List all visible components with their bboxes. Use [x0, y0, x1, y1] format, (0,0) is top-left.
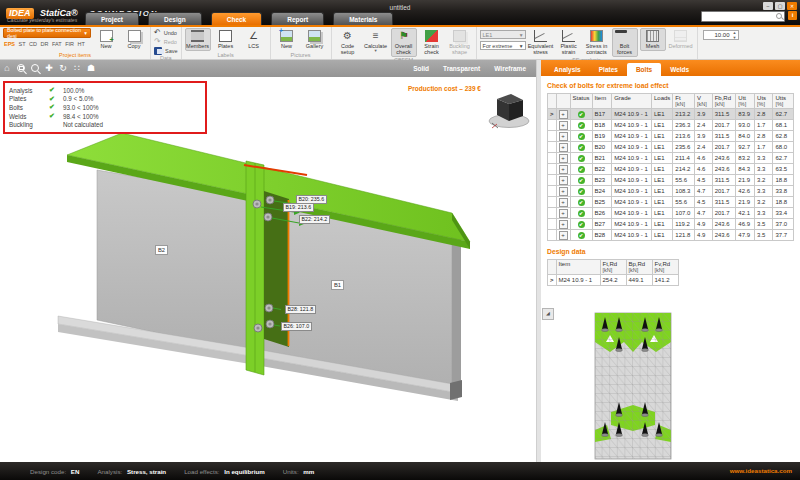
row-expander[interactable]: [548, 120, 557, 131]
design-data-table[interactable]: ItemFt,Rd[kN]Bp,Rd[kN]Fv,Rd[kN]>M24 10.9…: [547, 259, 794, 286]
code-tab-dr[interactable]: DR: [41, 41, 49, 47]
mesh-button[interactable]: Mesh: [640, 28, 666, 51]
row-detail-toggle[interactable]: +: [556, 208, 570, 219]
row-expander[interactable]: [548, 208, 557, 219]
tab-check[interactable]: Check: [211, 12, 263, 25]
row-detail-toggle[interactable]: +: [556, 164, 570, 175]
project-item-dropdown[interactable]: Bolted plate to plate connection desi▾: [3, 28, 91, 38]
display-style-icon[interactable]: ☗: [84, 60, 98, 77]
plus-icon[interactable]: +: [559, 143, 568, 152]
tab-materials[interactable]: Materials: [333, 12, 393, 25]
home-view-icon[interactable]: ⌂: [0, 60, 14, 77]
plus-icon[interactable]: +: [559, 176, 568, 185]
code-tab-fat[interactable]: FAT: [52, 41, 62, 47]
undo-button[interactable]: ↶Undo: [154, 28, 177, 37]
lcs-toggle-button[interactable]: ∠ LCS: [241, 28, 267, 51]
buckling-shape-button[interactable]: Buckling shape: [447, 28, 473, 57]
table-row[interactable]: +✔B22M24 10.9 - 1LE1214.24.6243.684.33.3…: [548, 164, 794, 175]
redo-button[interactable]: ↷Redo: [154, 37, 177, 46]
row-expander[interactable]: [548, 219, 557, 230]
close-button[interactable]: ✕: [787, 2, 797, 10]
maximize-button[interactable]: ▢: [775, 2, 785, 10]
row-expander[interactable]: >: [548, 275, 557, 286]
row-detail-toggle[interactable]: +: [556, 175, 570, 186]
table-row[interactable]: +✔B23M24 10.9 - 1LE155.64.5311.521.93.21…: [548, 175, 794, 186]
row-detail-toggle[interactable]: +: [556, 219, 570, 230]
strain-check-button[interactable]: Strain check: [419, 28, 445, 57]
row-expander[interactable]: [548, 164, 557, 175]
fit-view-icon[interactable]: ∷: [70, 60, 84, 77]
expand-plot-button[interactable]: ◢: [542, 308, 554, 320]
tab-project[interactable]: Project: [85, 12, 139, 25]
table-row[interactable]: +✔B27M24 10.9 - 1LE1119.24.9243.646.93.5…: [548, 219, 794, 230]
table-row[interactable]: +✔B21M24 10.9 - 1LE1211.44.6243.683.23.3…: [548, 153, 794, 164]
website-link[interactable]: www.ideastatica.com: [730, 462, 792, 480]
deformed-button[interactable]: Deformed: [668, 28, 694, 51]
tab-design[interactable]: Design: [148, 12, 202, 25]
search-input[interactable]: [701, 11, 785, 22]
save-button[interactable]: Save: [154, 46, 178, 55]
row-detail-toggle[interactable]: +: [556, 153, 570, 164]
table-row[interactable]: +✔B18M24 10.9 - 1LE1236.32.4201.793.01.7…: [548, 120, 794, 131]
row-detail-toggle[interactable]: +: [556, 120, 570, 131]
navigation-cube[interactable]: [486, 90, 532, 132]
code-setup-button[interactable]: ⚙ Code setup: [335, 28, 361, 57]
row-detail-toggle[interactable]: +: [556, 186, 570, 197]
row-expander[interactable]: [548, 175, 557, 186]
info-button[interactable]: i: [788, 11, 797, 20]
extreme-filter-combo[interactable]: For extreme▾: [480, 41, 526, 50]
copy-project-item-button[interactable]: Copy: [121, 28, 147, 51]
row-detail-toggle[interactable]: +: [556, 197, 570, 208]
row-expander[interactable]: [548, 186, 557, 197]
table-row[interactable]: >+✔B17M24 10.9 - 1LE1213.23.9311.583.92.…: [548, 109, 794, 120]
zoom-window-icon[interactable]: [14, 60, 28, 77]
minimize-button[interactable]: –: [763, 2, 773, 10]
results-tab-analysis[interactable]: Analysis: [545, 63, 590, 76]
bolt-check-table[interactable]: StatusItemGradeLoadsFt[kN]V[kN]Fb,Rd[kN]…: [547, 93, 794, 241]
plus-icon[interactable]: +: [559, 198, 568, 207]
load-effect-combo[interactable]: LE1▾: [480, 30, 526, 39]
plus-icon[interactable]: +: [559, 187, 568, 196]
row-expander[interactable]: >: [548, 109, 557, 120]
row-detail-toggle[interactable]: +: [556, 230, 570, 241]
tab-report[interactable]: Report: [271, 12, 324, 25]
members-toggle-button[interactable]: Members: [185, 28, 211, 51]
equivalent-stress-button[interactable]: Equivalent stress: [528, 28, 554, 57]
row-detail-toggle[interactable]: +: [556, 131, 570, 142]
table-row[interactable]: +✔B25M24 10.9 - 1LE155.64.5311.521.93.21…: [548, 197, 794, 208]
plus-icon[interactable]: +: [559, 132, 568, 141]
table-row[interactable]: +✔B24M24 10.9 - 1LE1108.34.7201.742.63.3…: [548, 186, 794, 197]
deformation-scale-spinner[interactable]: 10.00 ▲▼: [703, 30, 739, 40]
plus-icon[interactable]: +: [559, 154, 568, 163]
plus-icon[interactable]: +: [559, 165, 568, 174]
spinner-arrows-icon[interactable]: ▲▼: [733, 31, 737, 40]
table-row[interactable]: +✔B28M24 10.9 - 1LE1121.84.9243.647.93.5…: [548, 230, 794, 241]
row-expander[interactable]: [548, 230, 557, 241]
new-picture-button[interactable]: New: [274, 28, 300, 51]
zoom-icon[interactable]: [28, 60, 42, 77]
row-expander[interactable]: [548, 142, 557, 153]
row-detail-toggle[interactable]: +: [556, 142, 570, 153]
row-expander[interactable]: [548, 131, 557, 142]
render-mode-wireframe[interactable]: Wireframe: [494, 65, 526, 72]
row-expander[interactable]: [548, 197, 557, 208]
pan-icon[interactable]: ✚: [42, 60, 56, 77]
row-expander[interactable]: [548, 153, 557, 164]
results-tab-plates[interactable]: Plates: [590, 63, 627, 76]
plus-icon[interactable]: +: [559, 209, 568, 218]
viewport-3d[interactable]: ⌂ ✚ ↻ ∷ ☗ SolidTransparentWireframe: [0, 60, 536, 462]
plus-icon[interactable]: +: [559, 121, 568, 130]
results-tab-welds[interactable]: Welds: [661, 63, 698, 76]
code-tab-cd[interactable]: CD: [29, 41, 37, 47]
row-detail-toggle[interactable]: +: [556, 109, 570, 120]
plus-icon[interactable]: +: [559, 220, 568, 229]
plastic-strain-button[interactable]: Plastic strain: [556, 28, 582, 57]
code-tab-st[interactable]: ST: [19, 41, 26, 47]
render-mode-transparent[interactable]: Transparent: [443, 65, 480, 72]
table-row[interactable]: +✔B19M24 10.9 - 1LE1213.63.9311.584.02.8…: [548, 131, 794, 142]
bolt-forces-button[interactable]: Bolt forces: [612, 28, 638, 57]
gallery-button[interactable]: Gallery: [302, 28, 328, 51]
rotate-icon[interactable]: ↻: [56, 60, 70, 77]
plus-icon[interactable]: +: [559, 110, 568, 119]
table-row[interactable]: +✔B26M24 10.9 - 1LE1107.04.7201.742.13.3…: [548, 208, 794, 219]
